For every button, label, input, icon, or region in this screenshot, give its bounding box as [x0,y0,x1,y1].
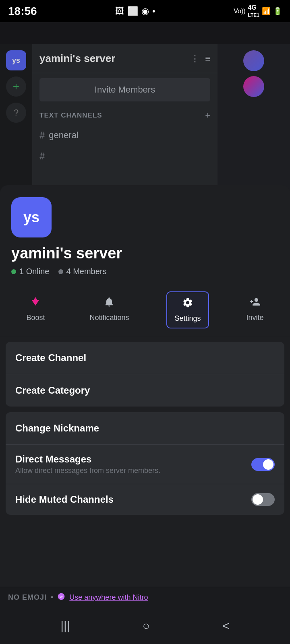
boost-icon [30,296,41,310]
dot-icon: • [152,6,155,17]
members-dot [58,269,63,274]
direct-messages-title: Direct Messages [15,454,160,465]
bottom-nav-bar: ||| ○ < [0,608,290,644]
hide-muted-title: Hide Muted Channels [15,494,114,505]
bg-server-name: yamini's server [39,52,115,65]
tab-notifications-label: Notifications [89,314,129,322]
bg-help-button: ? [6,103,26,123]
battery-icon: 🔋 [273,7,282,16]
tab-notifications[interactable]: Notifications [82,291,136,328]
photo-icon: 🖼 [115,6,124,17]
status-left-icons: 🖼 ⬜ ◉ • [115,6,155,17]
server-stats: 1 Online 4 Members [11,267,279,276]
tab-settings[interactable]: Settings [166,291,209,328]
nitro-bar: NO EMOJI • Use anywhere with Nitro [0,587,290,608]
nitro-link-text[interactable]: Use anywhere with Nitro [69,593,148,602]
more-icon: ⋮ [191,54,199,64]
tab-invite[interactable]: Invite [239,291,271,328]
svg-point-0 [58,593,65,600]
nav-recent-apps-button[interactable]: ||| [60,619,70,633]
hide-muted-content: Hide Muted Channels [15,494,114,505]
server-avatar: ys [11,197,52,237]
bg-category: TEXT CHANNELS + [32,106,218,125]
settings-icon [182,297,193,311]
create-channel-item[interactable]: Create Channel [6,342,284,374]
bg-header: yamini's server ⋮ ≡ [32,44,218,73]
bg-add-button: + [6,76,26,97]
direct-messages-content: Direct Messages Allow direct messages fr… [15,454,160,475]
create-category-item[interactable]: Create Category [6,374,284,407]
settings-section: Change Nickname Direct Messages Allow di… [6,412,284,515]
invite-icon [249,296,261,310]
nav-buttons: ||| ○ < [0,619,290,633]
online-dot [11,269,16,274]
bg-server-icon: ys [6,50,26,70]
lte-icon: 4GLTE1 [248,4,259,19]
bg-channel-extra: # [32,146,218,167]
chrome-icon: ◉ [141,6,149,17]
server-info: ys yamini's server 1 Online 4 Members [0,185,290,284]
server-name: yamini's server [11,245,279,262]
bottom-sheet: ys yamini's server 1 Online 4 Members Bo… [0,185,290,622]
toggle-thumb-dm [263,459,273,470]
no-emoji-label: NO EMOJI [8,593,47,602]
bg-avatar-1 [243,50,264,71]
nitro-separator: • [51,593,53,602]
nav-back-button[interactable]: < [222,619,230,633]
bg-header-icons: ⋮ ≡ [191,54,210,64]
status-right-icons: Vo)) 4GLTE1 📶 🔋 [234,4,282,19]
tab-settings-label: Settings [174,314,201,323]
status-time: 18:56 [8,5,37,18]
members-stat: 4 Members [58,267,107,276]
bg-invite-button: Invite Members [39,78,210,101]
signal-icon: 📶 [262,7,271,16]
bg-channel-general: # general [32,125,218,146]
nav-home-button[interactable]: ○ [143,619,150,633]
direct-messages-item[interactable]: Direct Messages Allow direct messages fr… [6,445,284,484]
background-discord: ys + ? yamini's server ⋮ ≡ Invite Member… [0,22,290,191]
tab-invite-label: Invite [246,314,263,322]
change-nickname-item[interactable]: Change Nickname [6,412,284,445]
direct-messages-toggle[interactable] [251,458,275,471]
tab-boost-label: Boost [26,314,45,322]
hide-muted-toggle[interactable] [251,493,275,506]
bg-category-name: TEXT CHANNELS [39,111,102,120]
tab-boost[interactable]: Boost [19,291,52,328]
vol-icon: Vo)) [234,8,245,15]
menu-icon: ≡ [205,54,210,64]
status-bar: 18:56 🖼 ⬜ ◉ • Vo)) 4GLTE1 📶 🔋 [0,0,290,22]
bg-add-channel-icon: + [205,110,210,121]
toggle-thumb-muted [253,494,263,505]
online-stat: 1 Online [11,267,50,276]
bell-icon [104,296,115,310]
screen-icon: ⬜ [127,6,138,17]
nitro-icon [57,592,65,603]
bg-avatar-2 [243,76,264,97]
hide-muted-item[interactable]: Hide Muted Channels [6,484,284,515]
direct-messages-subtitle: Allow direct messages from server member… [15,466,160,475]
create-section: Create Channel Create Category [6,342,284,407]
action-tabs: Boost Notifications Settings [0,284,290,336]
